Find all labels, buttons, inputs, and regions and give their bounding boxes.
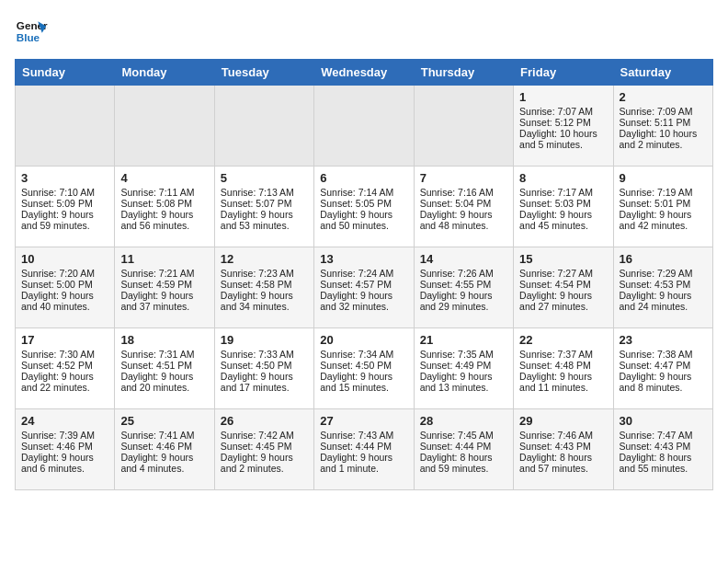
day-number: 18 xyxy=(120,333,208,347)
cell-info: Sunrise: 7:19 AM xyxy=(620,187,707,198)
calendar-cell xyxy=(214,86,313,167)
day-number: 21 xyxy=(420,333,507,347)
calendar-body: 1Sunrise: 7:07 AMSunset: 5:12 PMDaylight… xyxy=(16,86,713,490)
day-number: 9 xyxy=(620,171,707,185)
cell-info: Sunrise: 7:16 AM xyxy=(420,187,507,198)
calendar-cell: 12Sunrise: 7:23 AMSunset: 4:58 PMDayligh… xyxy=(214,247,313,328)
cell-info: Daylight: 9 hours and 40 minutes. xyxy=(21,290,108,312)
calendar-cell xyxy=(314,86,414,167)
cell-info: Sunset: 4:47 PM xyxy=(620,360,707,371)
cell-info: Daylight: 9 hours and 4 minutes. xyxy=(120,452,208,474)
cell-info: Sunset: 5:00 PM xyxy=(21,279,108,290)
cell-info: Sunset: 5:03 PM xyxy=(519,198,607,209)
cell-info: Daylight: 9 hours and 50 minutes. xyxy=(320,209,407,231)
cell-info: Sunset: 4:43 PM xyxy=(620,441,707,452)
cell-info: Sunrise: 7:46 AM xyxy=(519,430,607,441)
calendar-week-5: 24Sunrise: 7:39 AMSunset: 4:46 PMDayligh… xyxy=(16,409,713,490)
cell-info: Sunrise: 7:29 AM xyxy=(620,268,707,279)
cell-info: Sunrise: 7:21 AM xyxy=(120,268,208,279)
cell-info: Sunrise: 7:33 AM xyxy=(221,349,308,360)
calendar-cell: 18Sunrise: 7:31 AMSunset: 4:51 PMDayligh… xyxy=(115,328,214,409)
cell-info: Daylight: 10 hours and 5 minutes. xyxy=(519,128,607,150)
cell-info: Sunset: 4:49 PM xyxy=(420,360,507,371)
day-number: 28 xyxy=(420,414,507,428)
cell-info: Daylight: 9 hours and 22 minutes. xyxy=(21,371,108,393)
cell-info: Sunset: 4:46 PM xyxy=(21,441,108,452)
header-friday: Friday xyxy=(514,60,613,86)
day-number: 17 xyxy=(21,333,108,347)
day-number: 11 xyxy=(120,252,208,266)
calendar-cell: 23Sunrise: 7:38 AMSunset: 4:47 PMDayligh… xyxy=(613,328,712,409)
day-number: 4 xyxy=(120,171,208,185)
day-number: 13 xyxy=(320,252,407,266)
cell-info: Sunset: 4:46 PM xyxy=(120,441,208,452)
cell-info: Sunset: 4:50 PM xyxy=(320,360,407,371)
cell-info: Sunrise: 7:41 AM xyxy=(120,430,208,441)
cell-info: Sunrise: 7:10 AM xyxy=(21,187,108,198)
cell-info: Sunrise: 7:43 AM xyxy=(320,430,407,441)
cell-info: Sunset: 5:05 PM xyxy=(320,198,407,209)
cell-info: Daylight: 9 hours and 34 minutes. xyxy=(221,290,308,312)
cell-info: Sunrise: 7:42 AM xyxy=(221,430,308,441)
cell-info: Daylight: 9 hours and 17 minutes. xyxy=(221,371,308,393)
cell-info: Sunset: 5:01 PM xyxy=(620,198,707,209)
calendar-cell: 30Sunrise: 7:47 AMSunset: 4:43 PMDayligh… xyxy=(613,409,712,490)
cell-info: Daylight: 9 hours and 59 minutes. xyxy=(21,209,108,231)
calendar-cell: 26Sunrise: 7:42 AMSunset: 4:45 PMDayligh… xyxy=(214,409,313,490)
calendar-cell: 19Sunrise: 7:33 AMSunset: 4:50 PMDayligh… xyxy=(214,328,313,409)
cell-info: Daylight: 9 hours and 24 minutes. xyxy=(620,290,707,312)
cell-info: Sunrise: 7:27 AM xyxy=(519,268,607,279)
calendar-cell: 4Sunrise: 7:11 AMSunset: 5:08 PMDaylight… xyxy=(115,167,214,247)
cell-info: Sunrise: 7:07 AM xyxy=(519,106,607,117)
cell-info: Daylight: 9 hours and 6 minutes. xyxy=(21,452,108,474)
cell-info: Sunrise: 7:11 AM xyxy=(120,187,208,198)
svg-text:Blue: Blue xyxy=(17,31,40,43)
day-number: 19 xyxy=(221,333,308,347)
calendar-cell xyxy=(115,86,214,167)
cell-info: Daylight: 9 hours and 1 minute. xyxy=(320,452,407,474)
calendar-cell: 22Sunrise: 7:37 AMSunset: 4:48 PMDayligh… xyxy=(514,328,613,409)
calendar-cell: 15Sunrise: 7:27 AMSunset: 4:54 PMDayligh… xyxy=(514,247,613,328)
day-number: 15 xyxy=(519,252,607,266)
calendar-cell: 17Sunrise: 7:30 AMSunset: 4:52 PMDayligh… xyxy=(16,328,115,409)
cell-info: Sunrise: 7:38 AM xyxy=(620,349,707,360)
logo-icon: General Blue xyxy=(15,15,48,48)
cell-info: Daylight: 9 hours and 45 minutes. xyxy=(519,209,607,231)
cell-info: Daylight: 9 hours and 2 minutes. xyxy=(221,452,308,474)
day-number: 7 xyxy=(420,171,507,185)
calendar-cell: 3Sunrise: 7:10 AMSunset: 5:09 PMDaylight… xyxy=(16,167,115,247)
cell-info: Sunrise: 7:34 AM xyxy=(320,349,407,360)
day-number: 24 xyxy=(21,414,108,428)
cell-info: Daylight: 9 hours and 48 minutes. xyxy=(420,209,507,231)
cell-info: Daylight: 9 hours and 29 minutes. xyxy=(420,290,507,312)
day-number: 8 xyxy=(519,171,607,185)
cell-info: Daylight: 9 hours and 32 minutes. xyxy=(320,290,407,312)
cell-info: Daylight: 10 hours and 2 minutes. xyxy=(620,128,707,150)
cell-info: Sunset: 5:12 PM xyxy=(519,117,607,128)
cell-info: Daylight: 9 hours and 11 minutes. xyxy=(519,371,607,393)
cell-info: Sunrise: 7:13 AM xyxy=(221,187,308,198)
day-number: 29 xyxy=(519,414,607,428)
cell-info: Sunset: 4:59 PM xyxy=(120,279,208,290)
calendar-cell: 24Sunrise: 7:39 AMSunset: 4:46 PMDayligh… xyxy=(16,409,115,490)
calendar-week-2: 3Sunrise: 7:10 AMSunset: 5:09 PMDaylight… xyxy=(16,167,713,247)
cell-info: Sunset: 5:11 PM xyxy=(620,117,707,128)
calendar-week-1: 1Sunrise: 7:07 AMSunset: 5:12 PMDaylight… xyxy=(16,86,713,167)
cell-info: Sunset: 5:08 PM xyxy=(120,198,208,209)
cell-info: Sunrise: 7:35 AM xyxy=(420,349,507,360)
day-number: 14 xyxy=(420,252,507,266)
day-number: 12 xyxy=(221,252,308,266)
calendar-cell: 10Sunrise: 7:20 AMSunset: 5:00 PMDayligh… xyxy=(16,247,115,328)
day-number: 30 xyxy=(620,414,707,428)
cell-info: Daylight: 9 hours and 42 minutes. xyxy=(620,209,707,231)
cell-info: Daylight: 9 hours and 8 minutes. xyxy=(620,371,707,393)
calendar-cell: 9Sunrise: 7:19 AMSunset: 5:01 PMDaylight… xyxy=(613,167,712,247)
cell-info: Sunset: 4:44 PM xyxy=(420,441,507,452)
calendar-cell: 7Sunrise: 7:16 AMSunset: 5:04 PMDaylight… xyxy=(414,167,513,247)
cell-info: Sunrise: 7:24 AM xyxy=(320,268,407,279)
cell-info: Daylight: 8 hours and 57 minutes. xyxy=(519,452,607,474)
calendar-cell: 16Sunrise: 7:29 AMSunset: 4:53 PMDayligh… xyxy=(613,247,712,328)
cell-info: Daylight: 9 hours and 53 minutes. xyxy=(221,209,308,231)
cell-info: Sunrise: 7:14 AM xyxy=(320,187,407,198)
calendar-cell: 21Sunrise: 7:35 AMSunset: 4:49 PMDayligh… xyxy=(414,328,513,409)
